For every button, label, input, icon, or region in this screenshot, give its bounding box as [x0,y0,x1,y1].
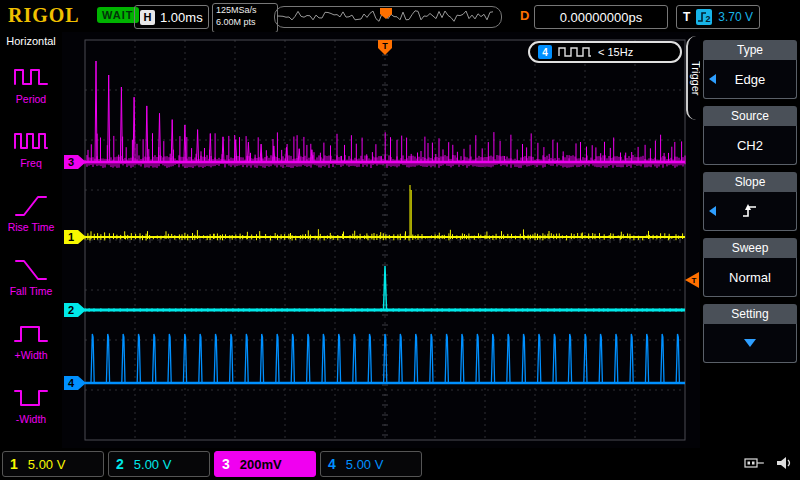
graticule-grid [85,40,685,440]
plus-width-icon [13,320,49,346]
horizontal-icon: H [140,10,155,25]
sample-rate: 125MSa/s [216,5,274,17]
strip-trigger-marker [380,8,392,19]
speaker-icon [776,456,794,470]
trigger-source-number: 2 [706,14,711,24]
memory-waveform-icon [275,7,497,25]
freq-counter-channel-badge: 4 [538,45,552,59]
rigol-logo: RIGOL [8,4,80,27]
status-icons [744,456,794,470]
scope-canvas: 1234TT [62,32,700,448]
channel-scale: 5.00 V [28,457,66,472]
freq-icon [13,128,49,154]
usb-icon [744,456,766,470]
menu-item-source[interactable]: Source CH2 [703,106,797,165]
measure-item-period[interactable]: Period [1,52,61,116]
period-icon [13,64,49,90]
menu-item-title: Type [703,40,797,60]
measure-item-label: Fall Time [10,285,53,297]
channel-marker-label: 3 [68,156,74,168]
channel-marker-label: 2 [68,304,74,316]
menu-item-sweep[interactable]: Sweep Normal [703,238,797,297]
menu-item-slope[interactable]: Slope [703,172,797,231]
down-arrow-icon [744,339,756,347]
menu-item-type[interactable]: Type Edge [703,40,797,99]
measure-item-fall-time[interactable]: Fall Time [1,244,61,308]
channel-number: 2 [116,456,124,472]
acquisition-info-box: 125MSa/s 6.00M pts [212,3,278,33]
measure-category-title: Horizontal [6,35,56,47]
measure-item-label: Freq [20,157,42,169]
ch1-waveform [85,185,683,241]
trigger-menu: Type Edge Source CH2 Slope Sweep Normal … [700,32,800,448]
horizontal-timebase-box[interactable]: H 1.00ms [134,5,209,29]
menu-item-value: CH2 [737,138,763,153]
channel3-status-box[interactable]: 3 200mV [214,451,316,477]
measure-item-freq[interactable]: Freq [1,116,61,180]
channel-scale: 5.00 V [346,457,384,472]
channel1-status-box[interactable]: 1 5.00 V [2,451,104,477]
delay-value-box[interactable]: 0.00000000ps [534,5,668,29]
trigger-level-label: T [692,276,697,285]
trigger-label: T [683,10,690,24]
channel-marker-label: 1 [68,231,74,243]
delay-label: D [520,8,529,23]
menu-item-value: Edge [735,72,765,87]
top-status-bar: RIGOL WAIT H 1.00ms 125MSa/s 6.00M pts D… [0,0,800,32]
menu-item-title: Slope [703,172,797,192]
measure-item-minus-width[interactable]: -Width [1,372,61,436]
channel-scale: 200mV [240,457,282,472]
channel-number: 1 [10,456,18,472]
trigger-source-icon: 2 [696,9,712,25]
rising-edge-icon [740,203,760,219]
memory-depth: 6.00M pts [216,17,274,29]
channel-status-bar: 1 5.00 V 2 5.00 V 3 200mV 4 5.00 V [0,448,800,480]
rise-time-icon [13,192,49,218]
timebase-value: 1.00ms [160,10,203,25]
channel-number: 4 [328,456,336,472]
menu-item-setting[interactable]: Setting [703,304,797,363]
measure-item-label: Period [16,93,46,105]
minus-width-icon [13,384,49,410]
oscilloscope-screen: RIGOL WAIT H 1.00ms 125MSa/s 6.00M pts D… [0,0,800,480]
menu-item-value: Normal [729,270,771,285]
trigger-info-box[interactable]: T 2 3.70 V [676,5,760,29]
channel4-status-box[interactable]: 4 5.00 V [320,451,422,477]
left-arrow-icon [709,74,716,84]
freq-counter-value: < 15Hz [598,46,633,58]
measure-item-label: -Width [16,413,46,425]
left-arrow-icon [709,206,716,216]
menu-item-title: Source [703,106,797,126]
waveform-display-area[interactable]: 1234TT 4 < 15Hz [62,32,700,448]
run-status-badge: WAIT [97,7,139,23]
horizontal-position-strip[interactable] [274,6,502,28]
trigger-level-value: 3.70 V [718,10,753,24]
channel-scale: 5.00 V [134,457,172,472]
fall-time-icon [13,256,49,282]
measure-menu: Horizontal Period Freq Rise Time Fall Ti… [0,32,62,448]
trigger-position-label: T [382,41,388,51]
ch2-waveform [85,266,682,312]
channel-marker-label: 4 [68,377,75,389]
menu-item-title: Setting [703,304,797,324]
frequency-counter-badge: 4 < 15Hz [528,41,682,63]
menu-item-title: Sweep [703,238,797,258]
measure-item-label: +Width [15,349,48,361]
measure-item-rise-time[interactable]: Rise Time [1,180,61,244]
measure-item-plus-width[interactable]: +Width [1,308,61,372]
channel-number: 3 [222,456,230,472]
squarewave-icon [558,46,592,58]
channel2-status-box[interactable]: 2 5.00 V [108,451,210,477]
measure-item-label: Rise Time [8,221,55,233]
